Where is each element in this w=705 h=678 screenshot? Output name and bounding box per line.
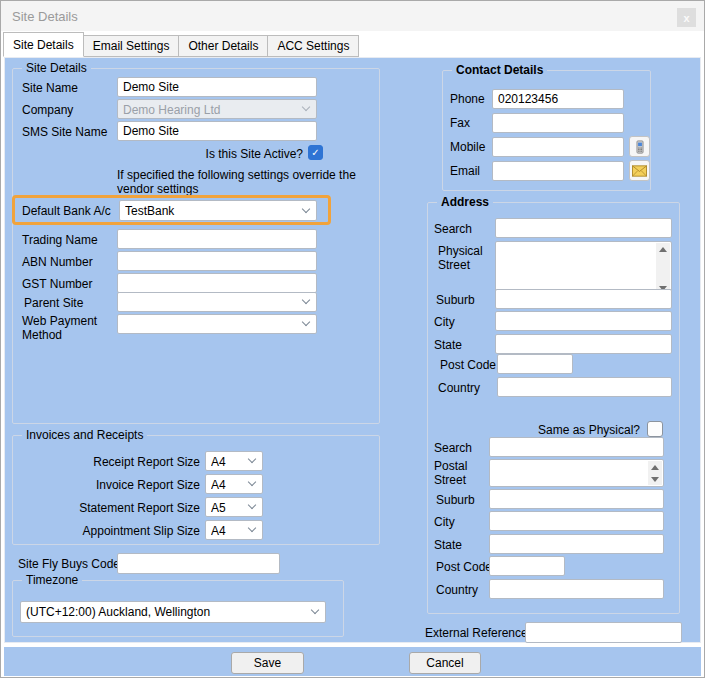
physical-city-input[interactable] bbox=[495, 311, 672, 331]
save-button[interactable]: Save bbox=[231, 652, 304, 674]
chevron-down-icon bbox=[302, 318, 310, 326]
external-reference-label: External Reference bbox=[425, 626, 528, 640]
tab-acc-settings[interactable]: ACC Settings bbox=[267, 35, 359, 57]
site-name-input[interactable] bbox=[117, 77, 317, 97]
postal-city-input[interactable] bbox=[489, 511, 664, 531]
default-bank-label: Default Bank A/c bbox=[22, 204, 111, 218]
scroll-up-icon[interactable] bbox=[656, 243, 670, 256]
chevron-down-icon bbox=[248, 455, 256, 463]
external-reference-input[interactable] bbox=[525, 622, 682, 643]
mobile-input[interactable] bbox=[492, 137, 624, 157]
postal-city-label: City bbox=[434, 515, 455, 529]
abn-number-label: ABN Number bbox=[22, 255, 93, 269]
invoice-report-size-label: Invoice Report Size bbox=[60, 478, 200, 492]
physical-state-input[interactable] bbox=[495, 334, 672, 354]
textarea-scrollbar[interactable] bbox=[656, 243, 670, 295]
receipt-report-size-combo[interactable]: A4 bbox=[205, 451, 263, 471]
chevron-down-icon bbox=[302, 103, 310, 111]
tab-strip: Site Details Email Settings Other Detail… bbox=[1, 31, 704, 57]
physical-post-code-input[interactable] bbox=[497, 354, 573, 374]
parent-site-label: Parent Site bbox=[24, 296, 83, 310]
postal-state-input[interactable] bbox=[489, 534, 664, 554]
appointment-slip-size-label: Appointment Slip Size bbox=[60, 524, 200, 538]
chevron-down-icon bbox=[311, 606, 319, 614]
send-email-button[interactable] bbox=[629, 160, 650, 181]
parent-site-combo[interactable] bbox=[117, 292, 317, 312]
sms-site-name-input[interactable] bbox=[117, 121, 317, 141]
email-envelope-icon bbox=[632, 165, 647, 177]
invoices-receipts-group-title: Invoices and Receipts bbox=[22, 428, 147, 442]
postal-search-input[interactable] bbox=[489, 437, 664, 457]
physical-state-label: State bbox=[434, 338, 462, 352]
receipt-report-size-label: Receipt Report Size bbox=[60, 455, 200, 469]
site-active-label: Is this Site Active? bbox=[155, 147, 303, 161]
override-note: If specified the following settings over… bbox=[117, 168, 365, 196]
postal-street-label: Postal Street bbox=[434, 459, 484, 487]
fax-input[interactable] bbox=[492, 113, 624, 133]
site-active-checkbox[interactable]: ✓ bbox=[308, 145, 323, 160]
contact-details-group-title: Contact Details bbox=[452, 63, 547, 77]
chevron-down-icon bbox=[248, 501, 256, 509]
gst-number-input[interactable] bbox=[117, 273, 317, 293]
site-name-label: Site Name bbox=[22, 81, 78, 95]
postal-post-code-label: Post Code bbox=[436, 560, 492, 574]
cancel-button[interactable]: Cancel bbox=[409, 652, 481, 674]
physical-search-input[interactable] bbox=[495, 218, 672, 238]
email-label: Email bbox=[450, 164, 480, 178]
chevron-down-icon bbox=[248, 524, 256, 532]
tab-email-settings[interactable]: Email Settings bbox=[83, 35, 180, 57]
phone-input[interactable] bbox=[492, 89, 624, 109]
physical-city-label: City bbox=[434, 315, 455, 329]
postal-country-label: Country bbox=[436, 583, 478, 597]
invoice-report-size-combo[interactable]: A4 bbox=[205, 474, 263, 494]
company-label: Company bbox=[22, 103, 73, 117]
web-payment-method-label: Web Payment Method bbox=[22, 314, 114, 342]
web-payment-method-combo[interactable] bbox=[117, 314, 317, 334]
trading-name-label: Trading Name bbox=[22, 233, 98, 247]
abn-number-input[interactable] bbox=[117, 251, 317, 271]
email-input[interactable] bbox=[492, 161, 624, 181]
scroll-down-icon[interactable] bbox=[648, 473, 662, 485]
physical-suburb-input[interactable] bbox=[495, 289, 672, 309]
site-details-tab-page: Site Details Site Name Company Demo Hear… bbox=[4, 57, 701, 643]
fax-label: Fax bbox=[450, 116, 470, 130]
close-icon[interactable]: x bbox=[677, 8, 696, 27]
postal-suburb-input[interactable] bbox=[489, 489, 664, 509]
phone-label: Phone bbox=[450, 92, 485, 106]
postal-post-code-input[interactable] bbox=[489, 556, 565, 576]
chevron-down-icon bbox=[302, 204, 310, 212]
postal-street-textarea[interactable] bbox=[489, 459, 664, 487]
statement-report-size-combo[interactable]: A5 bbox=[205, 497, 263, 517]
statement-report-size-label: Statement Report Size bbox=[60, 501, 200, 515]
gst-number-label: GST Number bbox=[22, 277, 92, 291]
tab-site-details[interactable]: Site Details bbox=[3, 32, 84, 57]
appointment-slip-size-combo[interactable]: A4 bbox=[205, 520, 263, 540]
sms-site-name-label: SMS Site Name bbox=[22, 125, 107, 139]
default-bank-combo[interactable]: TestBank bbox=[119, 200, 317, 221]
textarea-scrollbar[interactable] bbox=[648, 461, 662, 485]
address-group-title: Address bbox=[437, 195, 493, 209]
chevron-down-icon bbox=[248, 478, 256, 486]
site-fly-buys-label: Site Fly Buys Code bbox=[18, 557, 120, 571]
send-sms-button[interactable] bbox=[629, 136, 650, 157]
same-as-physical-label: Same as Physical? bbox=[500, 423, 640, 437]
scroll-up-icon[interactable] bbox=[648, 461, 662, 473]
tab-other-details[interactable]: Other Details bbox=[178, 35, 268, 57]
physical-country-input[interactable] bbox=[497, 377, 672, 397]
site-details-window: Site Details x Site Details Email Settin… bbox=[0, 0, 705, 678]
physical-street-label: Physical Street bbox=[438, 244, 493, 272]
same-as-physical-checkbox[interactable] bbox=[647, 421, 663, 437]
mobile-phone-icon bbox=[633, 140, 647, 154]
physical-post-code-label: Post Code bbox=[440, 358, 496, 372]
postal-country-input[interactable] bbox=[489, 579, 664, 599]
checkmark-icon: ✓ bbox=[311, 147, 319, 158]
postal-suburb-label: Suburb bbox=[436, 493, 475, 507]
postal-search-label: Search bbox=[434, 441, 472, 455]
mobile-label: Mobile bbox=[450, 140, 485, 154]
physical-suburb-label: Suburb bbox=[436, 293, 475, 307]
postal-state-label: State bbox=[434, 538, 462, 552]
timezone-combo[interactable]: (UTC+12:00) Auckland, Wellington bbox=[20, 601, 326, 623]
site-fly-buys-input[interactable] bbox=[117, 553, 280, 574]
title-bar: Site Details x bbox=[1, 1, 704, 31]
trading-name-input[interactable] bbox=[117, 229, 317, 249]
